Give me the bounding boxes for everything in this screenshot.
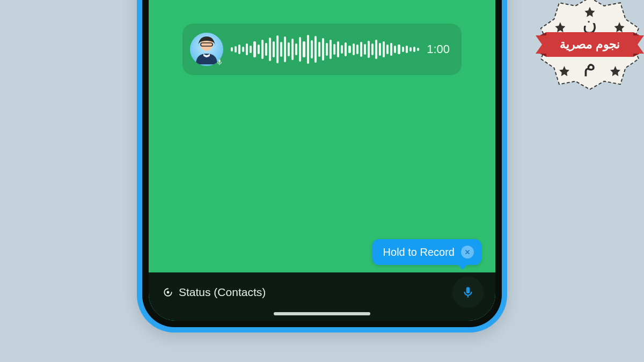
hold-to-record-tooltip: Hold to Record — [372, 239, 481, 265]
waveform[interactable] — [231, 33, 419, 65]
logo-ribbon: نجوم مصرية — [536, 32, 644, 57]
waveform-bar — [273, 41, 275, 57]
waveform-bar — [333, 44, 335, 55]
waveform-bar — [235, 46, 237, 53]
record-mic-button[interactable] — [452, 277, 484, 308]
svg-text:ن: ن — [582, 12, 597, 35]
waveform-bar — [322, 38, 324, 61]
status-selector[interactable]: Status (Contacts) — [163, 286, 266, 299]
chat-area: 1:00 Hold to Record — [149, 0, 495, 272]
waveform-bar — [337, 41, 339, 57]
waveform-bar — [383, 41, 385, 57]
waveform-bar — [299, 37, 301, 62]
tooltip-close-button[interactable] — [461, 246, 474, 258]
mic-icon — [461, 285, 475, 299]
waveform-bar — [318, 42, 320, 57]
svg-point-3 — [167, 291, 170, 294]
waveform-bar — [280, 42, 282, 57]
waveform-bar — [379, 43, 381, 56]
waveform-bar — [356, 45, 358, 54]
waveform-bar — [402, 47, 404, 52]
voice-message-bubble[interactable]: 1:00 — [182, 24, 462, 75]
home-indicator[interactable] — [274, 312, 370, 315]
waveform-bar — [417, 48, 419, 51]
waveform-bar — [246, 43, 248, 55]
waveform-bar — [307, 35, 309, 64]
waveform-bar — [231, 47, 233, 51]
avatar-mic-badge-icon — [215, 57, 224, 67]
status-label: Status (Contacts) — [179, 286, 266, 299]
waveform-bar — [284, 36, 286, 62]
waveform-bar — [303, 41, 305, 57]
waveform-bar — [330, 40, 332, 59]
waveform-bar — [242, 47, 244, 52]
waveform-bar — [291, 39, 294, 60]
waveform-bar — [413, 47, 415, 52]
site-logo-badge: ن م نجوم مصرية — [539, 0, 641, 97]
waveform-bar — [265, 43, 267, 56]
waveform-bar — [258, 45, 260, 54]
waveform-bar — [386, 45, 389, 54]
avatar-wrap — [190, 33, 223, 66]
waveform-bar — [390, 43, 392, 56]
waveform-bar — [360, 42, 362, 57]
waveform-bar — [295, 43, 297, 55]
waveform-bar — [353, 43, 355, 55]
waveform-bar — [311, 40, 313, 58]
waveform-bar — [409, 47, 412, 51]
waveform-bar — [261, 40, 264, 59]
logo-ribbon-text: نجوم مصرية — [560, 38, 620, 51]
waveform-bar — [326, 43, 328, 56]
bottom-bar: Status (Contacts) — [149, 272, 495, 321]
waveform-bar — [341, 45, 343, 54]
waveform-bar — [394, 46, 396, 53]
waveform-bar — [314, 36, 317, 63]
phone-bezel: 1:00 Hold to Record Status (Contacts) — [142, 0, 502, 327]
waveform-bar — [406, 46, 408, 53]
waveform-bar — [368, 41, 370, 58]
screen: 1:00 Hold to Record Status (Contacts) — [149, 0, 495, 321]
waveform-bar — [253, 41, 255, 57]
tooltip-label: Hold to Record — [383, 246, 455, 258]
close-icon — [464, 249, 471, 255]
status-ring-icon — [163, 287, 173, 298]
waveform-bar — [375, 40, 377, 59]
waveform-bar — [364, 44, 366, 55]
waveform-bar — [348, 46, 350, 53]
waveform-bar — [398, 45, 400, 54]
phone-frame: 1:00 Hold to Record Status (Contacts) — [137, 0, 507, 333]
waveform-bar — [288, 42, 290, 56]
waveform-bar — [345, 42, 347, 56]
voice-duration: 1:00 — [427, 42, 450, 56]
waveform-bar — [276, 35, 279, 63]
waveform-bar — [269, 38, 271, 61]
waveform-bar — [238, 45, 240, 54]
waveform-bar — [250, 46, 252, 53]
waveform-bar — [371, 43, 374, 55]
